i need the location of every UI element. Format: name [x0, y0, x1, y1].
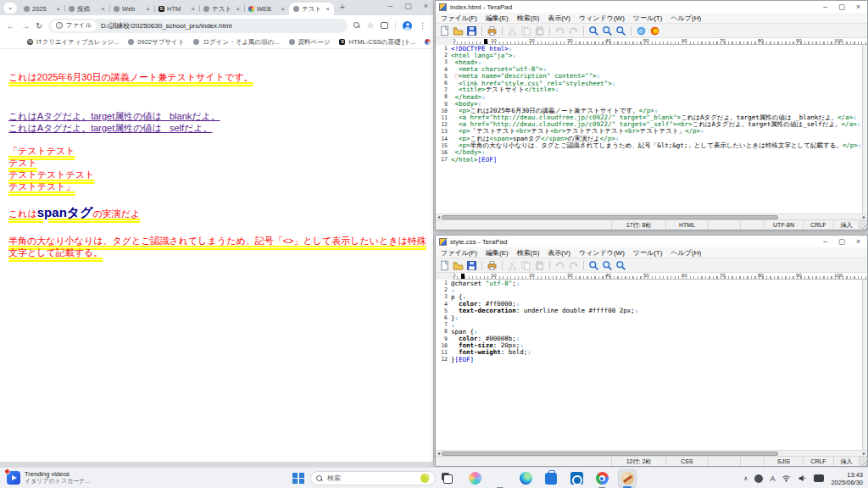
menu-window[interactable]: ウィンドウ(W)	[579, 248, 625, 258]
resize-grip[interactable]	[860, 220, 867, 230]
menu-window[interactable]: ウィンドウ(W)	[579, 14, 625, 23]
search-next-icon[interactable]	[602, 260, 613, 271]
tray-weather-icon[interactable]	[814, 474, 824, 482]
volume-icon[interactable]	[798, 474, 807, 483]
search-prev-icon[interactable]	[615, 25, 626, 36]
redo-icon[interactable]	[568, 25, 579, 36]
browser-tab[interactable]: Web×	[109, 3, 154, 15]
browser-maximize-button[interactable]: ▢	[404, 2, 412, 10]
print-icon[interactable]	[487, 25, 498, 36]
search-prev-icon[interactable]	[615, 260, 626, 271]
cut-icon[interactable]	[507, 25, 518, 36]
file-scheme-chip[interactable]: i ファイル	[51, 20, 97, 31]
browser-tab[interactable]: テスト×	[289, 3, 334, 15]
menu-tool[interactable]: ツール(T)	[633, 248, 663, 258]
open-in-firefox-icon[interactable]	[649, 25, 660, 36]
bookmark-item[interactable]: 0922サブサイト	[128, 38, 184, 47]
menu-tool[interactable]: ツール(T)	[633, 14, 663, 23]
maximize-button[interactable]: ▢	[838, 237, 845, 246]
open-in-ie-icon[interactable]	[636, 25, 647, 36]
terapad-titlebar[interactable]: style.css - TeraPad – ▢ ×	[436, 236, 867, 247]
terapad-titlebar[interactable]: index.html - TeraPad – ▢ ×	[436, 1, 867, 13]
back-button[interactable]: ←	[7, 21, 15, 30]
menu-edit[interactable]: 編集(E)	[486, 248, 509, 258]
browser-menu-icon[interactable]: ⋮	[419, 21, 426, 30]
widgets-button[interactable]: Trending videos イタリアのトスカーナ...	[7, 471, 90, 485]
save-icon[interactable]	[466, 260, 477, 271]
taskbar-app-chrome[interactable]	[593, 469, 611, 488]
scroll-right-icon[interactable]: ►	[861, 451, 867, 456]
new-tab-button[interactable]: +	[337, 3, 348, 13]
menu-file[interactable]: ファイル(F)	[441, 248, 477, 258]
horizontal-scrollbar[interactable]: ◄ ►	[436, 214, 867, 219]
tray-expand-icon[interactable]: ∧	[743, 475, 748, 482]
bookmark-item[interactable]: 資料ページ	[289, 38, 331, 47]
minimize-button[interactable]: –	[823, 237, 827, 246]
browser-tab[interactable]: WEB×	[244, 3, 289, 15]
search-next-icon[interactable]	[602, 25, 613, 36]
taskbar-app-outlook[interactable]	[567, 469, 586, 488]
new-file-icon[interactable]	[439, 260, 450, 271]
reload-button[interactable]: ↻	[36, 21, 42, 30]
search-icon[interactable]	[588, 260, 599, 271]
browser-minimize-button[interactable]: –	[388, 2, 392, 10]
bookmark-item[interactable]: WITクリエイティブカレッジ...	[27, 38, 119, 47]
print-icon[interactable]	[487, 260, 498, 271]
close-button[interactable]: ×	[856, 237, 860, 246]
tab-close-icon[interactable]: ×	[281, 5, 285, 13]
taskbar-clock[interactable]: 13:43 2025/06/30	[831, 471, 863, 486]
menu-search[interactable]: 検索(S)	[517, 248, 540, 258]
menu-help[interactable]: ヘルプ(H)	[670, 14, 701, 23]
bookmark-item[interactable]: ログイン・そよ風の頭の...	[193, 38, 279, 47]
tab-close-icon[interactable]: ×	[56, 5, 60, 13]
tab-close-icon[interactable]: ×	[146, 5, 150, 13]
tab-close-icon[interactable]: ×	[236, 5, 240, 13]
paste-icon[interactable]	[534, 25, 545, 36]
tab-search-button[interactable]: ⌄	[3, 3, 17, 14]
new-file-icon[interactable]	[439, 25, 450, 36]
browser-tab[interactable]: テスト×	[199, 3, 244, 15]
taskbar-app-edge[interactable]	[516, 469, 535, 488]
browser-tab[interactable]: SHTM×	[154, 3, 199, 15]
editor-text-area[interactable]: 1@charset "utf-8";↓2↓3p {↓4 color: #ff00…	[436, 280, 867, 450]
close-button[interactable]: ×	[856, 3, 860, 11]
menu-edit[interactable]: 編集(E)	[486, 14, 509, 23]
wifi-icon[interactable]	[782, 474, 791, 483]
taskbar-app-explorer[interactable]	[491, 469, 509, 488]
bookmark-star-icon[interactable]: ☆	[367, 21, 374, 30]
profile-avatar[interactable]	[403, 21, 412, 30]
menu-help[interactable]: ヘルプ(H)	[670, 248, 701, 258]
scroll-left-icon[interactable]: ◄	[436, 451, 442, 456]
open-file-icon[interactable]	[453, 25, 464, 36]
open-file-icon[interactable]	[453, 260, 464, 271]
paste-icon[interactable]	[534, 260, 545, 271]
cut-icon[interactable]	[507, 260, 518, 271]
tab-close-icon[interactable]: ×	[326, 5, 330, 13]
browser-tab[interactable]: 投稿×	[64, 3, 109, 15]
ime-indicator[interactable]: A	[770, 474, 775, 483]
browser-tab[interactable]: 2025×	[19, 3, 64, 15]
url-text[interactable]: D:/訓練校/20250630_school_pro/index.html	[101, 21, 231, 30]
menu-search[interactable]: 検索(S)	[517, 14, 540, 23]
side-panel-icon[interactable]	[381, 22, 388, 29]
copy-icon[interactable]	[520, 25, 531, 36]
menu-view[interactable]: 表示(V)	[548, 14, 570, 23]
tray-app-icon[interactable]	[754, 474, 763, 483]
scroll-right-icon[interactable]: ►	[861, 214, 867, 219]
task-view-button[interactable]	[442, 473, 453, 484]
browser-close-button[interactable]: ×	[424, 2, 428, 10]
editor-text-area[interactable]: 1<!DOCTYPE html>↓2<html lang="ja">↓3 <he…	[436, 45, 867, 214]
vertical-scrollbar[interactable]	[862, 280, 867, 450]
horizontal-scrollbar[interactable]: ◄ ►	[436, 450, 867, 456]
vertical-scrollbar[interactable]	[862, 45, 867, 214]
scroll-left-icon[interactable]: ◄	[436, 214, 442, 219]
save-icon[interactable]	[466, 25, 477, 36]
bookmark-item[interactable]: SHTML-CSSの基礎 |ト...	[339, 38, 415, 47]
search-icon[interactable]	[588, 25, 599, 36]
menu-file[interactable]: ファイル(F)	[441, 14, 477, 23]
address-bar[interactable]: i ファイル D:/訓練校/20250630_school_pro/index.…	[48, 19, 348, 33]
maximize-button[interactable]: ▢	[838, 3, 845, 11]
forward-button[interactable]: →	[21, 21, 30, 30]
scrollbar-thumb[interactable]	[442, 215, 778, 219]
link-target-self[interactable]: これはAタグだよ。target属性の値は _selfだよ。	[8, 122, 213, 134]
